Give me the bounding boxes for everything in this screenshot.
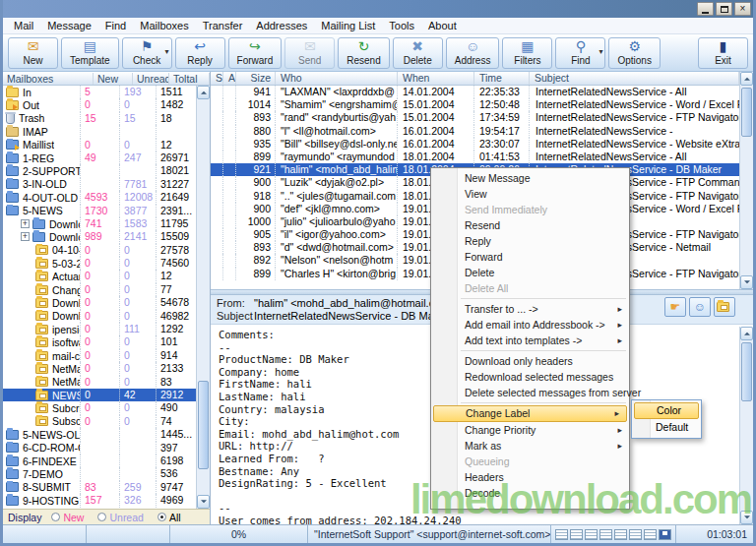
- maximize-button[interactable]: [716, 2, 732, 16]
- mailbox-row-trash[interactable]: Trash151518: [3, 112, 196, 125]
- mailbox-row-2-support[interactable]: 2-SUPPORT18021: [3, 164, 196, 177]
- scroll-down-icon[interactable]: [740, 275, 753, 289]
- context-menu-item-queueing[interactable]: Queueing: [431, 454, 629, 469]
- close-button[interactable]: ×: [734, 2, 751, 16]
- message-row[interactable]: 899"raymundo" <raymundod18.01.200401:41:…: [211, 151, 739, 163]
- message-header-subject[interactable]: Subject: [530, 72, 739, 85]
- mailbox-row-5-news-old[interactable]: 5-NEWS-OLD1445...: [3, 428, 196, 441]
- message-row[interactable]: 893"rand" <randyburtis@yah15.01.200417:3…: [211, 111, 739, 124]
- toolbar-exit-button[interactable]: ▮Exit: [698, 37, 748, 69]
- context-menu-item-reply[interactable]: Reply: [431, 233, 629, 249]
- message-header-who[interactable]: Who: [276, 72, 398, 85]
- menu-item-tools[interactable]: Tools: [382, 19, 421, 32]
- scrollbar-thumb[interactable]: [741, 342, 752, 401]
- mailbox-button[interactable]: [714, 297, 735, 317]
- mailbox-row-04-10-2002[interactable]: 04-10-2002...0027578: [3, 244, 196, 257]
- toolbar-filters-button[interactable]: ▦Filters: [502, 37, 552, 69]
- mailbox-row-6-cd-rom-ca[interactable]: 6-CD-ROM-CA...397: [3, 442, 196, 455]
- message-header-s[interactable]: S: [211, 72, 223, 85]
- mailboxes-header-new[interactable]: New: [94, 73, 133, 85]
- mailbox-row-mail-comm[interactable]: mail-comm...00914: [3, 349, 196, 362]
- message-row[interactable]: 880"l" <ll@hotmail.com>16.01.200419:54:1…: [211, 125, 739, 138]
- save-icon[interactable]: [659, 529, 671, 540]
- preview-scrollbar[interactable]: [739, 327, 753, 524]
- grid-view-icon[interactable]: [614, 529, 627, 540]
- mailbox-row-subcribe-n[interactable]: Subcribe-N...00490: [3, 401, 196, 414]
- menu-item-addresses[interactable]: Addresses: [249, 19, 314, 32]
- toolbar-new-button[interactable]: ✉New: [8, 37, 58, 69]
- context-menu-item-delete[interactable]: Delete: [431, 265, 629, 280]
- message-row[interactable]: 935"Bill" <billsey@dsl-only.ne16.01.2004…: [211, 138, 739, 151]
- context-menu-item-forward[interactable]: Forward: [431, 249, 629, 265]
- mailbox-row-8-submit[interactable]: 8-SUBMIT832599747: [3, 481, 196, 494]
- grid-view-icon[interactable]: [644, 529, 657, 540]
- mailbox-row-3-in-old[interactable]: 3-IN-OLD778131227: [3, 178, 196, 191]
- mailbox-row-download[interactable]: Download ...0046982: [3, 310, 196, 323]
- toolbar-find-button[interactable]: ⚲▾Find: [555, 37, 605, 69]
- context-menu-item-delete-all[interactable]: Delete All: [431, 280, 629, 296]
- context-menu-item-transfer-to[interactable]: Transfer to ... ->▸: [431, 301, 629, 317]
- display-option-all[interactable]: All: [158, 512, 181, 523]
- message-header-when[interactable]: When: [398, 72, 474, 85]
- mailbox-row-out[interactable]: Out001482: [3, 98, 196, 111]
- submenu-item-color[interactable]: Color: [634, 402, 699, 419]
- toolbar-reply-button[interactable]: ↩Reply: [175, 37, 225, 69]
- mailbox-row-9-hosting[interactable]: 9-HOSTING1573264969: [3, 494, 196, 507]
- scroll-down-icon[interactable]: [197, 495, 210, 509]
- toolbar-address-button[interactable]: ☺Address: [446, 37, 500, 69]
- scroll-up-icon[interactable]: [740, 72, 753, 86]
- scrollbar-thumb[interactable]: [741, 88, 752, 137]
- message-row[interactable]: 1014"Shamim" <engrshamim@15.01.200412:50…: [211, 98, 739, 111]
- mailbox-row-imap[interactable]: IMAP: [3, 125, 196, 138]
- context-menu-item-resend[interactable]: Resend: [431, 217, 629, 233]
- dropdown-arrow-icon[interactable]: ▾: [165, 47, 169, 56]
- toolbar-resend-button[interactable]: ↻Resend: [338, 37, 389, 69]
- mailbox-row-5-03-2003[interactable]: 5-03-2003-...0074560: [3, 257, 196, 270]
- context-menu-item-headers[interactable]: Headers: [431, 469, 629, 485]
- context-menu-item-change-priority[interactable]: Change Priority▸: [431, 422, 629, 438]
- menu-item-transfer[interactable]: Transfer: [196, 19, 250, 32]
- menu-item-mail[interactable]: Mail: [7, 19, 40, 32]
- expand-icon[interactable]: +: [21, 232, 30, 241]
- toolbar-check-button[interactable]: ⚑▾Check: [122, 37, 172, 69]
- mailbox-row-5-news[interactable]: 5-NEWS173038772391...: [3, 205, 196, 217]
- toolbar-options-button[interactable]: ⚙Options: [608, 37, 660, 69]
- grid-view-icon[interactable]: [555, 529, 568, 540]
- toolbar-delete-button[interactable]: ✖Delete: [393, 37, 443, 69]
- mailboxes-header-toltal[interactable]: Toltal: [169, 73, 210, 85]
- mailbox-row-1-reg[interactable]: 1-REG4924726971: [3, 152, 196, 164]
- display-option-new[interactable]: New: [51, 512, 84, 523]
- context-menu-item-change-label[interactable]: Change Label▸: [433, 405, 627, 422]
- mailbox-row-download[interactable]: +Download ...741158311795: [3, 217, 196, 230]
- message-header-size[interactable]: Size: [236, 72, 276, 85]
- context-menu-item-mark-as[interactable]: Mark as▸: [431, 438, 629, 454]
- contact-button[interactable]: ☺: [689, 297, 711, 317]
- message-list-scrollbar[interactable]: [739, 72, 753, 289]
- dropdown-arrow-icon[interactable]: ▾: [598, 47, 602, 56]
- message-header-time[interactable]: Time: [474, 72, 530, 85]
- mailbox-row-download[interactable]: +Download ...989214115509: [3, 230, 196, 243]
- scrollbar-thumb[interactable]: [198, 381, 209, 469]
- mailbox-row-news-se[interactable]: NEWS SE...0422912: [3, 389, 196, 401]
- context-menu-item-delete-selected-messages-from-server[interactable]: Delete selected messages from server: [431, 385, 629, 400]
- mailbox-row-in[interactable]: In51931511: [3, 86, 196, 98]
- mailbox-row-maillist[interactable]: Maillist0012: [3, 139, 196, 152]
- mailbox-row-7-demo[interactable]: 7-DEMO536: [3, 467, 196, 480]
- mailbox-row-isoftware[interactable]: isoftware00101: [3, 335, 196, 348]
- menu-item-about[interactable]: About: [421, 19, 464, 32]
- context-menu-item-add-email-into-addressbook[interactable]: Add email into Addressbook ->▸: [431, 317, 629, 333]
- grid-view-icon[interactable]: [585, 529, 598, 540]
- message-header-a[interactable]: A: [223, 72, 236, 85]
- mailbox-row-ipension-do[interactable]: ipension-do...01111292: [3, 323, 196, 335]
- menu-item-find[interactable]: Find: [98, 19, 133, 32]
- mailboxes-header-mailboxes[interactable]: Mailboxes: [3, 73, 94, 85]
- mailbox-row-netmail-m[interactable]: NetMail - m...0083: [3, 376, 196, 389]
- toolbar-forward-button[interactable]: ↪Forward: [228, 37, 283, 69]
- grid-view-icon[interactable]: [599, 529, 612, 540]
- menu-item-mailing-list[interactable]: Mailing List: [314, 19, 382, 32]
- expand-icon[interactable]: +: [21, 219, 30, 228]
- context-menu-item-decode[interactable]: Decode: [431, 485, 629, 501]
- mailbox-row-4-out-old[interactable]: 4-OUT-OLD45931200821649: [3, 191, 196, 204]
- mailboxes-scrollbar[interactable]: [196, 86, 210, 509]
- mailbox-row-6-findexe[interactable]: 6-FINDEXE6198: [3, 455, 196, 467]
